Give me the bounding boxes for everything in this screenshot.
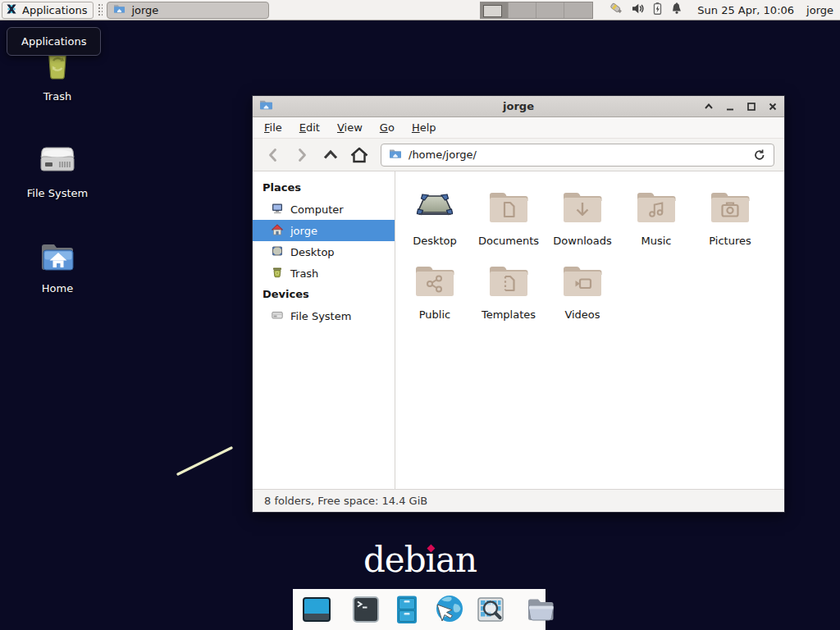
desktop-icon-file-system[interactable]: File System — [21, 143, 94, 199]
up-icon[interactable] — [320, 144, 341, 166]
sidebar-item-trash[interactable]: Trash — [253, 262, 395, 284]
menu-view[interactable]: View — [337, 121, 363, 134]
workspace-3[interactable] — [536, 2, 564, 18]
debian-wordmark: debıan — [363, 540, 477, 580]
menu-help[interactable]: Help — [412, 121, 436, 134]
music-folder-icon — [633, 188, 679, 228]
desktop-mini-icon — [271, 244, 284, 260]
sidebar-item-label: Trash — [290, 267, 318, 280]
stray-stroke — [173, 443, 237, 482]
file-tile-pictures[interactable]: Pictures — [693, 180, 767, 253]
desktop-icon-label: Home — [42, 282, 73, 294]
workspace-4[interactable] — [564, 2, 592, 18]
maximize-icon[interactable] — [746, 101, 756, 112]
templates-folder-icon — [486, 262, 532, 302]
sidebar-item-file-system[interactable]: File System — [253, 305, 395, 326]
taskbar-window-label: jorge — [131, 4, 158, 16]
show-desktop-icon[interactable] — [300, 593, 333, 626]
sidebar: Places Computer — [253, 171, 395, 489]
app-finder-icon[interactable] — [474, 593, 507, 626]
menubar: File Edit View Go Help — [253, 117, 784, 139]
toolbar: /home/jorge/ — [253, 139, 784, 171]
file-tile-templates[interactable]: Templates — [472, 253, 546, 327]
panel-username[interactable]: jorge — [806, 4, 833, 16]
hard-drive-icon — [38, 143, 77, 182]
path-text[interactable]: /home/jorge/ — [409, 148, 477, 161]
terminal-icon[interactable] — [349, 593, 382, 626]
folder-icon — [113, 3, 126, 16]
sidebar-item-computer[interactable]: Computer — [253, 199, 395, 220]
menu-edit[interactable]: Edit — [299, 121, 320, 134]
workspace-2[interactable] — [509, 2, 536, 18]
computer-icon — [271, 202, 284, 217]
sidebar-item-label: jorge — [290, 225, 317, 237]
path-bar[interactable]: /home/jorge/ — [381, 144, 774, 167]
file-manager-window: jorge File Edit View Go Help — [252, 95, 785, 513]
file-tile-label: Videos — [564, 308, 600, 321]
sidebar-item-label: File System — [290, 310, 351, 322]
file-tile-documents[interactable]: Documents — [472, 180, 546, 253]
statusbar: 8 folders, Free space: 14.4 GiB — [253, 489, 784, 512]
forward-icon[interactable] — [291, 144, 313, 166]
file-tile-music[interactable]: Music — [619, 180, 693, 253]
system-tray — [609, 1, 683, 19]
bell-icon[interactable] — [670, 2, 683, 18]
sidebar-places-header: Places — [253, 177, 395, 199]
back-icon[interactable] — [262, 144, 284, 166]
sidebar-item-jorge[interactable]: jorge — [253, 220, 395, 241]
file-tile-label: Documents — [478, 235, 539, 247]
file-cabinet-icon[interactable] — [390, 593, 423, 626]
downloads-folder-icon — [559, 188, 605, 228]
sidebar-item-desktop[interactable]: Desktop — [253, 241, 395, 262]
taskbar-window-button[interactable]: jorge — [107, 2, 269, 19]
battery-icon[interactable] — [652, 2, 663, 19]
desktop-folder-icon — [412, 188, 458, 228]
workspace-switcher — [480, 2, 593, 19]
xfce-applications-icon — [5, 2, 18, 18]
file-tile-label: Downloads — [553, 235, 611, 247]
panel-clock[interactable]: Sun 25 Apr, 10:06 — [697, 4, 794, 16]
file-view[interactable]: Desktop Documents — [395, 171, 784, 489]
web-browser-icon[interactable] — [431, 593, 466, 626]
file-tile-label: Desktop — [413, 235, 457, 247]
file-tile-label: Templates — [482, 308, 536, 321]
panel-drag-handle[interactable] — [98, 3, 103, 16]
close-icon[interactable] — [767, 101, 778, 112]
file-tile-public[interactable]: Public — [398, 253, 472, 327]
file-tile-downloads[interactable]: Downloads — [546, 180, 619, 253]
dock — [293, 589, 546, 630]
desktop-icon-label: Trash — [43, 90, 71, 103]
house-icon — [271, 223, 284, 239]
applications-menu-label: Applications — [22, 4, 87, 16]
videos-folder-icon — [559, 262, 605, 302]
workspace-1[interactable] — [481, 2, 509, 18]
folder-icon[interactable] — [523, 593, 558, 626]
file-tile-desktop[interactable]: Desktop — [398, 180, 472, 253]
desktop-icon-home[interactable]: Home — [21, 240, 94, 294]
status-text: 8 folders, Free space: 14.4 GiB — [264, 495, 427, 507]
file-tile-videos[interactable]: Videos — [546, 253, 619, 327]
debian-text: an — [436, 540, 477, 580]
volume-icon[interactable] — [631, 2, 645, 19]
menu-go[interactable]: Go — [380, 121, 395, 134]
file-tile-label: Public — [419, 308, 450, 321]
minimize-icon[interactable] — [724, 101, 735, 112]
sidebar-item-label: Computer — [290, 203, 344, 216]
documents-folder-icon — [486, 188, 532, 228]
shade-icon[interactable] — [703, 101, 714, 112]
top-panel: Applications jorge — [0, 0, 840, 21]
tool-icon[interactable] — [609, 1, 623, 19]
trash-mini-icon — [271, 266, 284, 281]
refresh-icon[interactable] — [753, 148, 766, 162]
desktop-icon-label: File System — [27, 187, 88, 199]
home-icon[interactable] — [349, 144, 370, 166]
sidebar-item-label: Desktop — [290, 246, 335, 258]
debian-text: deb — [363, 540, 426, 580]
path-folder-icon — [389, 148, 402, 162]
drive-mini-icon — [271, 308, 284, 324]
titlebar[interactable]: jorge — [253, 96, 784, 117]
applications-menu-button[interactable]: Applications — [2, 2, 94, 19]
public-folder-icon — [412, 262, 458, 302]
menu-file[interactable]: File — [264, 121, 282, 134]
file-tile-label: Music — [641, 235, 672, 247]
